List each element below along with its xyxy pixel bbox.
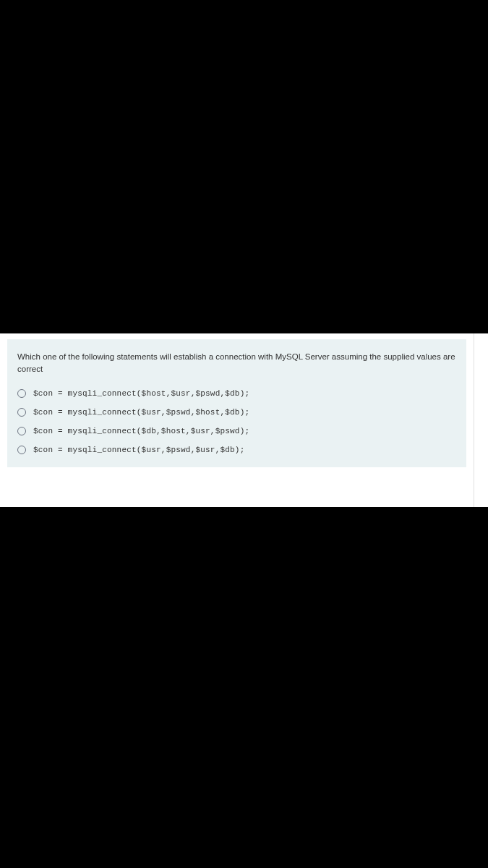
option-3[interactable]: $con = mysqli_connect($db,$host,$usr,$ps…: [17, 427, 456, 435]
radio-icon[interactable]: [17, 446, 26, 454]
radio-icon[interactable]: [17, 427, 26, 435]
option-4[interactable]: $con = mysqli_connect($usr,$pswd,$usr,$d…: [17, 446, 456, 454]
option-code: $con = mysqli_connect($db,$host,$usr,$ps…: [33, 427, 249, 435]
question-text: Which one of the following statements wi…: [17, 351, 456, 376]
options-list: $con = mysqli_connect($host,$usr,$pswd,$…: [17, 389, 456, 454]
radio-icon[interactable]: [17, 389, 26, 398]
option-2[interactable]: $con = mysqli_connect($usr,$pswd,$host,$…: [17, 408, 456, 417]
option-1[interactable]: $con = mysqli_connect($host,$usr,$pswd,$…: [17, 389, 456, 398]
option-code: $con = mysqli_connect($host,$usr,$pswd,$…: [33, 389, 249, 398]
content-area: Which one of the following statements wi…: [0, 333, 474, 507]
option-code: $con = mysqli_connect($usr,$pswd,$host,$…: [33, 408, 249, 417]
question-card: Which one of the following statements wi…: [7, 339, 466, 467]
option-code: $con = mysqli_connect($usr,$pswd,$usr,$d…: [33, 446, 244, 454]
sidebar-strip: [474, 333, 488, 507]
radio-icon[interactable]: [17, 408, 26, 417]
